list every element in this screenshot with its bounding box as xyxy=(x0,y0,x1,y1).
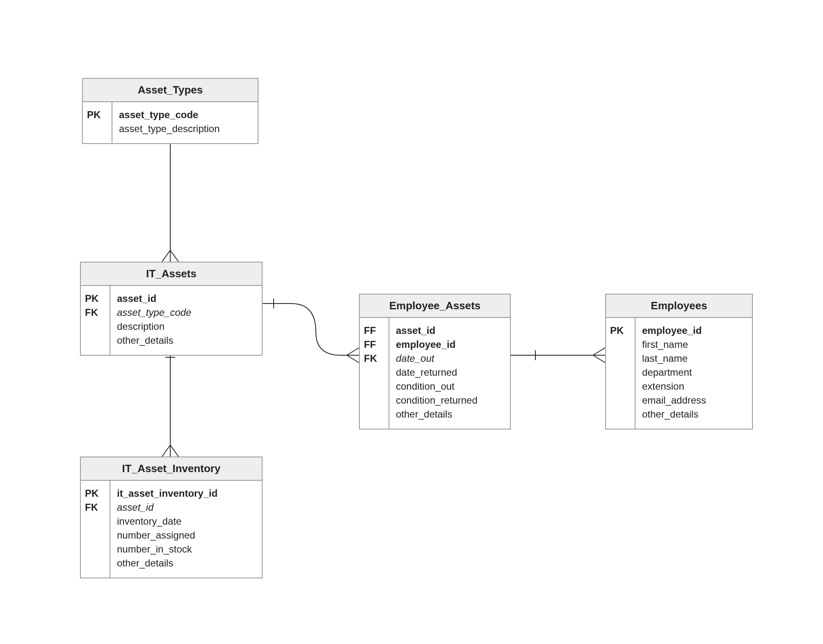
entity-body: PK FK asset_id asset_type_code descripti… xyxy=(81,286,262,355)
key-label: FF xyxy=(364,324,384,338)
field: condition_out xyxy=(396,379,503,393)
field: extension xyxy=(642,379,745,393)
svg-line-13 xyxy=(593,348,605,355)
key-column: PK xyxy=(606,318,636,429)
key-column: FF FF FK xyxy=(360,318,389,429)
key-label: FF xyxy=(364,338,384,352)
field: other_details xyxy=(642,407,745,421)
svg-line-14 xyxy=(593,355,605,363)
field: asset_id xyxy=(117,500,255,514)
field: it_asset_inventory_id xyxy=(117,486,255,500)
field: number_in_stock xyxy=(117,542,255,556)
field: last_name xyxy=(642,352,745,365)
entity-title: Asset_Types xyxy=(83,79,258,102)
field: inventory_date xyxy=(117,514,255,528)
field: asset_id xyxy=(117,292,255,306)
svg-line-6 xyxy=(162,445,170,457)
svg-line-9 xyxy=(347,348,359,355)
field: department xyxy=(642,365,745,379)
field: description xyxy=(117,320,255,333)
field: asset_type_code xyxy=(117,306,255,320)
rel-itassets-employeeassets xyxy=(263,299,359,363)
key-label: PK xyxy=(85,292,105,306)
er-diagram-canvas: Asset_Types PK asset_type_code asset_typ… xyxy=(0,0,823,644)
field-column: employee_id first_name last_name departm… xyxy=(636,318,752,429)
field: asset_type_code xyxy=(119,108,251,122)
rel-itassets-inventory xyxy=(162,347,178,457)
key-column: PK xyxy=(83,102,112,143)
entity-title: Employees xyxy=(606,295,752,318)
svg-line-7 xyxy=(170,445,178,457)
field-column: it_asset_inventory_id asset_id inventory… xyxy=(110,481,262,578)
field: asset_id xyxy=(396,324,503,338)
svg-line-2 xyxy=(162,250,170,262)
rel-employees-employeeassets xyxy=(511,348,605,363)
entity-employee-assets: Employee_Assets FF FF FK asset_id employ… xyxy=(359,294,511,429)
key-label: FK xyxy=(85,306,105,320)
field-column: asset_id employee_id date_out date_retur… xyxy=(389,318,510,429)
entity-title: Employee_Assets xyxy=(360,295,510,318)
rel-assettypes-itassets xyxy=(162,132,178,262)
field: first_name xyxy=(642,338,745,352)
field: other_details xyxy=(117,333,255,347)
field: date_returned xyxy=(396,365,503,379)
entity-body: PK asset_type_code asset_type_descriptio… xyxy=(83,102,258,143)
entity-body: PK FK it_asset_inventory_id asset_id inv… xyxy=(81,481,262,578)
field: email_address xyxy=(642,393,745,407)
entity-asset-types: Asset_Types PK asset_type_code asset_typ… xyxy=(82,78,258,144)
field: condition_returned xyxy=(396,393,503,407)
svg-line-3 xyxy=(170,250,178,262)
key-label: FK xyxy=(85,500,105,514)
svg-line-10 xyxy=(347,355,359,363)
key-column: PK FK xyxy=(81,481,110,578)
key-label: PK xyxy=(610,324,631,338)
entity-body: PK employee_id first_name last_name depa… xyxy=(606,318,752,429)
entity-it-asset-inventory: IT_Asset_Inventory PK FK it_asset_invent… xyxy=(80,457,263,578)
key-label: PK xyxy=(87,108,107,122)
field: asset_type_description xyxy=(119,122,251,136)
field: employee_id xyxy=(642,324,745,338)
entity-title: IT_Assets xyxy=(81,263,262,286)
field-column: asset_id asset_type_code description oth… xyxy=(110,286,262,355)
field: other_details xyxy=(117,556,255,570)
field: date_out xyxy=(396,352,503,365)
field-column: asset_type_code asset_type_description xyxy=(112,102,258,143)
key-column: PK FK xyxy=(81,286,110,355)
field: number_assigned xyxy=(117,528,255,542)
entity-title: IT_Asset_Inventory xyxy=(81,457,262,481)
entity-employees: Employees PK employee_id first_name last… xyxy=(605,294,753,429)
key-label: PK xyxy=(85,486,105,500)
field: employee_id xyxy=(396,338,503,352)
entity-body: FF FF FK asset_id employee_id date_out d… xyxy=(360,318,510,429)
entity-it-assets: IT_Assets PK FK asset_id asset_type_code… xyxy=(80,262,263,356)
field: other_details xyxy=(396,407,503,421)
key-label: FK xyxy=(364,352,384,365)
